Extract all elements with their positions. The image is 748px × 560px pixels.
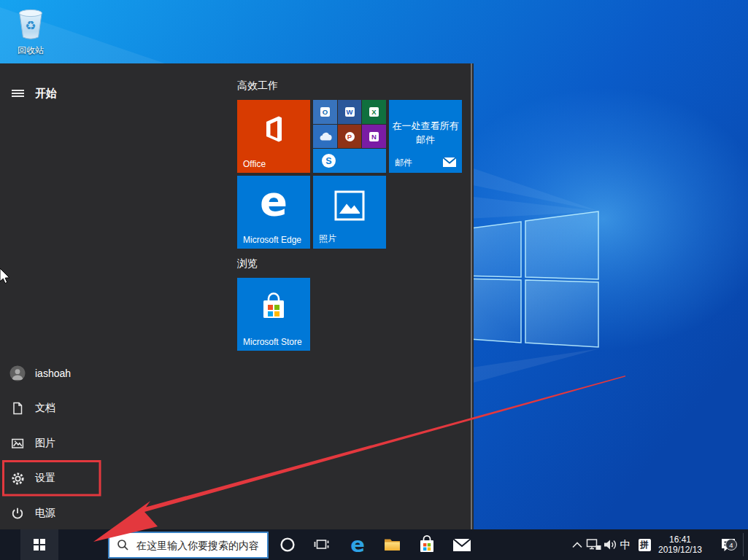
tile-photos[interactable]: 照片: [313, 176, 386, 249]
windows-logo-icon: [34, 539, 46, 551]
taskbar-store-button[interactable]: [409, 529, 444, 560]
onedrive-mini-tile: [313, 125, 337, 148]
pictures-icon: [10, 436, 25, 451]
search-icon: [117, 539, 129, 551]
start-menu-panel: 开始 iashoah 文档: [0, 63, 474, 529]
word-mini-tile: W: [338, 100, 361, 124]
mail-envelope-icon: [443, 158, 456, 167]
clock-time: 16:41: [669, 534, 691, 545]
outlook-mini-tile: O: [313, 100, 337, 124]
cortana-icon: [279, 537, 296, 553]
settings-label: 设置: [35, 472, 55, 485]
edge-tile-label: Microsoft Edge: [243, 235, 301, 245]
skype-mini-tile: S: [313, 149, 386, 173]
tray-clock[interactable]: 16:41 2019/12/13: [652, 529, 709, 560]
pictures-label: 图片: [35, 437, 55, 450]
onenote-icon: N: [369, 132, 379, 141]
tray-show-hidden-icons[interactable]: [568, 529, 586, 560]
tray-ime-mode[interactable]: 中: [617, 529, 634, 560]
taskbar-search-box[interactable]: [108, 532, 269, 559]
start-menu-header: 开始: [0, 76, 219, 111]
start-menu-title: 开始: [35, 87, 57, 101]
sidebar-item-power[interactable]: 电源: [0, 496, 219, 531]
edge-logo: e: [237, 177, 310, 225]
store-tile-label: Microsoft Store: [243, 337, 302, 347]
cortana-button[interactable]: [270, 529, 305, 560]
sidebar-item-user[interactable]: iashoah: [0, 356, 219, 391]
powerpoint-icon: P: [345, 132, 355, 141]
mail-tile-label: 邮件: [395, 157, 412, 169]
ime-mode-label: 中: [620, 538, 631, 552]
tile-edge[interactable]: e Microsoft Edge: [237, 176, 310, 249]
show-desktop-divider[interactable]: [743, 533, 744, 556]
gear-icon: [10, 471, 26, 486]
tray-network[interactable]: [585, 529, 603, 560]
tray-ime-badge[interactable]: 拼: [636, 529, 653, 560]
office-logo: [257, 112, 290, 146]
group-title-explore: 浏览: [237, 257, 258, 271]
powerpoint-mini-tile: P: [338, 125, 361, 148]
store-icon: [418, 535, 436, 554]
svg-text:♻: ♻: [25, 19, 36, 33]
chevron-up-icon: [571, 541, 583, 548]
user-avatar: [9, 365, 26, 381]
notification-count-badge: 4: [725, 539, 737, 551]
office-tile-label: Office: [243, 159, 266, 169]
ime-pinyin-badge: 拼: [639, 539, 651, 551]
tile-office[interactable]: Office: [237, 100, 310, 173]
store-bag-icon: [258, 290, 290, 322]
photos-tile-label: 照片: [319, 233, 336, 245]
mouse-cursor: [0, 268, 11, 285]
sidebar-item-documents[interactable]: 文档: [0, 391, 219, 426]
outlook-icon: O: [320, 107, 330, 117]
user-name-label: iashoah: [35, 368, 71, 379]
photos-icon: [333, 190, 366, 222]
tile-mail[interactable]: 在一处查看所有 邮件 邮件: [389, 100, 462, 173]
task-view-icon: [313, 536, 331, 553]
task-view-button[interactable]: [304, 529, 339, 560]
windows-desktop: { "desktop": { "recycle_bin": "回收站" }, "…: [0, 0, 748, 560]
hamburger-icon: [12, 88, 24, 99]
excel-icon: X: [369, 107, 379, 117]
file-explorer-button[interactable]: [374, 529, 409, 560]
onedrive-cloud-icon: [318, 131, 333, 141]
file-explorer-icon: [383, 537, 401, 553]
power-icon: [10, 506, 25, 521]
sidebar-item-settings[interactable]: 设置: [0, 461, 219, 496]
tile-office-apps-grid[interactable]: O W X P N S: [313, 100, 386, 173]
group-title-productivity: 高效工作: [237, 79, 278, 93]
mail-icon: [452, 538, 471, 552]
recycle-bin-icon: ♻: [15, 6, 47, 41]
taskbar-mail-button[interactable]: [444, 529, 479, 560]
taskbar: e: [0, 529, 748, 560]
recycle-bin-label: 回收站: [9, 44, 53, 57]
recycle-bin-desktop-icon[interactable]: ♻ 回收站: [9, 6, 53, 57]
network-icon: [586, 538, 602, 551]
start-button[interactable]: [20, 529, 58, 560]
onenote-mini-tile: N: [362, 125, 386, 148]
clock-date: 2019/12/13: [658, 545, 702, 555]
excel-mini-tile: X: [362, 100, 386, 124]
speaker-icon: [603, 538, 617, 551]
skype-icon: S: [322, 154, 336, 168]
word-icon: W: [345, 107, 355, 117]
edge-icon: e: [350, 534, 365, 556]
mail-live-text: 在一处查看所有 邮件: [389, 119, 462, 147]
documents-label: 文档: [35, 402, 55, 415]
sidebar-item-pictures[interactable]: 图片: [0, 426, 219, 461]
taskbar-edge-button[interactable]: e: [340, 529, 375, 560]
tile-store[interactable]: Microsoft Store: [237, 278, 310, 351]
hamburger-menu-button[interactable]: [0, 88, 35, 99]
start-menu-scrollbar[interactable]: [471, 63, 473, 529]
search-input[interactable]: [135, 539, 262, 552]
power-label: 电源: [35, 507, 55, 520]
document-icon: [10, 401, 25, 416]
action-center-button[interactable]: 4: [715, 529, 741, 560]
